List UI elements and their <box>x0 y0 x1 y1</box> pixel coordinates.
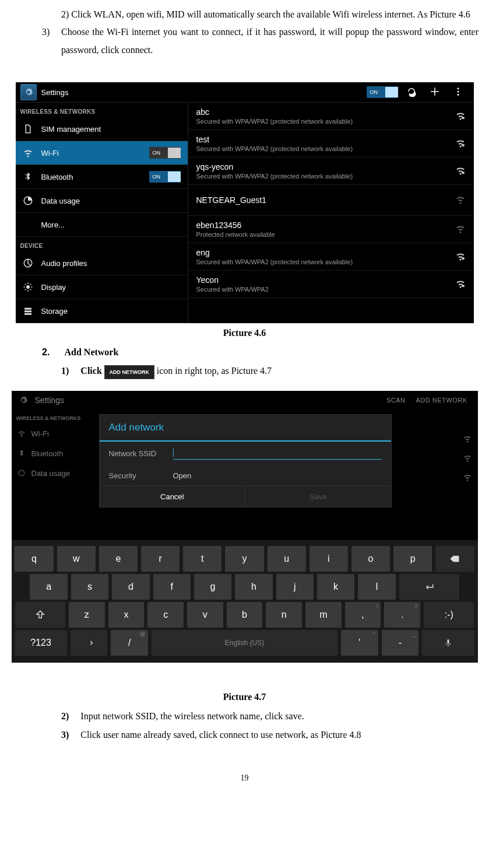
key-b[interactable]: b <box>227 602 263 628</box>
sidebar-item-display[interactable]: Display <box>16 275 188 299</box>
key-o[interactable]: o <box>351 546 390 572</box>
sidebar-item-storage[interactable]: Storage <box>16 299 188 323</box>
key-enter[interactable] <box>399 574 459 600</box>
wifi-lock-icon <box>455 251 466 263</box>
bt-toggle[interactable]: ON <box>149 171 181 183</box>
master-toggle[interactable]: ON <box>367 86 398 98</box>
key-v[interactable]: v <box>187 602 223 628</box>
key-smile[interactable]: :-) <box>424 602 474 628</box>
key-dash[interactable]: _- <box>382 630 419 656</box>
key-m[interactable]: m <box>305 602 342 628</box>
key-period[interactable]: ?. <box>384 602 420 628</box>
key-tab[interactable] <box>71 630 108 656</box>
page-number: 19 <box>6 774 483 783</box>
key-p[interactable]: p <box>393 546 432 572</box>
key-t[interactable]: t <box>183 546 221 572</box>
svg-rect-6 <box>24 308 31 310</box>
sidebar-item-data[interactable]: Data usage <box>16 189 188 213</box>
network-item[interactable]: eben123456Protected network available <box>188 216 474 243</box>
security-dropdown[interactable]: Open <box>173 471 382 480</box>
keyboard: q w e r t y u i o p a s d f g h j k l z <box>12 540 478 663</box>
titlebar-title: Settings <box>41 88 367 97</box>
key-r[interactable]: r <box>141 546 180 572</box>
settings-icon <box>16 393 30 407</box>
titlebar: Settings SCAN ADD NETWORK <box>12 391 478 410</box>
svg-rect-7 <box>24 310 31 312</box>
key-x[interactable]: x <box>108 602 145 628</box>
substep-1-num: 1) <box>61 366 69 376</box>
substep-2-num: 2) <box>61 711 69 721</box>
scan-button[interactable]: SCAN <box>386 397 406 404</box>
sidebar-item-data: Data usage <box>12 463 105 483</box>
sidebar: WIRELESS & NETWORKS SIM management Wi-Fi… <box>16 103 188 323</box>
key-slash[interactable]: @/ <box>111 630 148 656</box>
network-item[interactable]: YeconSecured with WPA/WPA2 <box>188 271 474 298</box>
screenshot-settings-wifi: Settings ON WIRELESS & NETWORKS SIM mana… <box>16 82 474 323</box>
titlebar-title: Settings <box>35 396 386 405</box>
key-backspace[interactable] <box>435 546 474 572</box>
key-mic[interactable] <box>422 630 474 656</box>
key-u[interactable]: u <box>268 546 306 572</box>
substep-2-text: Input network SSID, the wireless network… <box>80 711 304 721</box>
sidebar-item-bluetooth: Bluetooth <box>12 443 105 463</box>
key-w[interactable]: w <box>57 546 96 572</box>
subhead-text: Add Network <box>64 347 118 357</box>
refresh-icon[interactable] <box>406 86 417 99</box>
key-symbols[interactable]: ?123 <box>15 630 67 656</box>
key-i[interactable]: i <box>309 546 348 572</box>
network-item[interactable]: abcSecured with WPA/WPA2 (protected netw… <box>188 103 474 130</box>
key-j[interactable]: j <box>276 574 314 600</box>
add-network-icon: ADD NETWORK <box>104 365 154 379</box>
ssid-input[interactable] <box>173 447 382 460</box>
key-c[interactable]: c <box>147 602 184 628</box>
svg-point-14 <box>19 471 24 476</box>
key-z[interactable]: z <box>69 602 105 628</box>
network-item[interactable]: testSecured with WPA/WPA2 (protected net… <box>188 130 474 158</box>
network-item[interactable]: NETGEAR_Guest1 <box>188 185 474 216</box>
key-e[interactable]: e <box>99 546 138 572</box>
svg-rect-15 <box>447 639 449 644</box>
key-q[interactable]: q <box>15 546 53 572</box>
wifi-lock-icon <box>455 138 466 150</box>
sidebar-item-audio[interactable]: Audio profiles <box>16 251 188 275</box>
settings-icon <box>20 84 37 100</box>
key-f[interactable]: f <box>153 574 191 600</box>
key-shift[interactable] <box>15 602 65 628</box>
sidebar-item-sim[interactable]: SIM management <box>16 117 188 141</box>
dialog-title: Add network <box>100 415 391 442</box>
key-s[interactable]: s <box>71 574 108 600</box>
key-a[interactable]: a <box>30 574 67 600</box>
menu-icon[interactable] <box>453 86 463 99</box>
save-button[interactable]: Save <box>245 487 391 507</box>
wifi-icon <box>455 194 466 206</box>
substep-3-text: Click user name already saved, click con… <box>80 730 361 740</box>
sidebar-item-bluetooth[interactable]: Bluetooth ON <box>16 165 188 189</box>
screenshot-add-network: Settings SCAN ADD NETWORK WIRELESS & NET… <box>12 391 478 663</box>
key-comma[interactable]: !, <box>345 602 381 628</box>
section-device: DEVICE <box>16 237 188 251</box>
key-g[interactable]: g <box>194 574 231 600</box>
wifi-toggle[interactable]: ON <box>149 147 181 159</box>
caption-2: Picture 4.7 <box>6 692 483 702</box>
cancel-button[interactable]: Cancel <box>100 487 246 507</box>
sidebar-item-more[interactable]: More... <box>16 213 188 237</box>
key-k[interactable]: k <box>317 574 354 600</box>
key-d[interactable]: d <box>112 574 149 600</box>
key-l[interactable]: l <box>358 574 395 600</box>
add-network-button[interactable]: ADD NETWORK <box>416 397 467 404</box>
network-item[interactable]: yqs-yeconSecured with WPA/WPA2 (protecte… <box>188 158 474 185</box>
step-3-num: 3) <box>42 23 50 41</box>
key-apostrophe[interactable]: "' <box>341 630 378 656</box>
key-h[interactable]: h <box>235 574 272 600</box>
key-y[interactable]: y <box>225 546 263 572</box>
key-n[interactable]: n <box>266 602 302 628</box>
network-item[interactable]: engSecured with WPA/WPA2 (protected netw… <box>188 243 474 271</box>
wifi-icon <box>455 223 466 236</box>
dim-network-icons <box>463 426 472 492</box>
security-label: Security <box>109 471 173 480</box>
key-space[interactable]: English (US) <box>152 630 337 656</box>
sidebar-item-wifi[interactable]: Wi-Fi ON <box>16 141 188 165</box>
sidebar-item-wifi: Wi-Fi <box>12 424 105 443</box>
add-icon[interactable] <box>430 86 440 99</box>
subhead-num: 2. <box>42 347 50 357</box>
